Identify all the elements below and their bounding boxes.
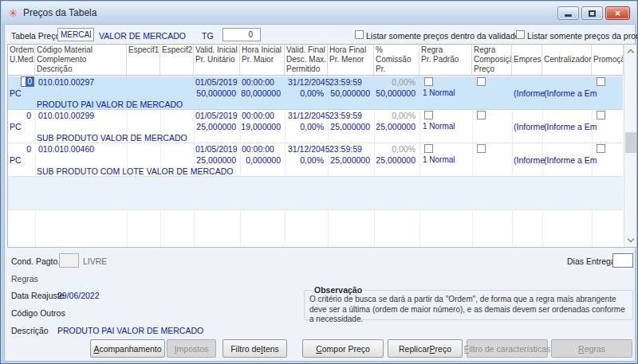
umed-cell: PC xyxy=(8,155,35,166)
promocao-checkbox[interactable] xyxy=(592,110,624,121)
hora-final-cell: 23:59:59 xyxy=(328,76,374,88)
valid-final-cell: 31/12/2045 xyxy=(285,143,328,155)
window-precos-da-tabela: ✳ Preços da Tabela ✕ Tabela Preço VALOR … xyxy=(0,0,638,364)
col-header-empresa[interactable]: Empresa xyxy=(512,45,542,75)
table-row[interactable]: 0 010.010.00297 01/05/2019 00:00:00 31/1… xyxy=(8,76,623,110)
empty-row-band xyxy=(8,177,623,210)
minimize-icon xyxy=(565,14,572,17)
scroll-up-button[interactable] xyxy=(624,45,637,58)
descricao-cell: SUB PRODUTO COM LOTE VALOR DE MERCADO xyxy=(35,166,419,177)
descricao-label: Descrição xyxy=(11,326,49,335)
regra-cell: 1 Normal xyxy=(419,155,472,166)
col-header-regra-composicao[interactable]: Regra Composição Preço xyxy=(472,45,512,75)
tg-input[interactable] xyxy=(223,28,261,41)
table-row[interactable]: 0 010.010.00299 01/05/2019 00:00:00 31/1… xyxy=(8,110,623,143)
scrollbar-thumb[interactable] xyxy=(625,132,637,153)
valid-inicial-cell: 01/05/2019 xyxy=(194,76,240,88)
maximize-icon xyxy=(589,10,596,17)
checkbox-somente-promocao[interactable] xyxy=(516,30,525,39)
table-row[interactable]: 0 010.010.00460 01/05/2019 00:00:00 31/1… xyxy=(8,143,623,177)
ordem-cell-editor[interactable]: 0 xyxy=(21,76,34,87)
regra-composicao-checkbox[interactable] xyxy=(472,110,512,121)
promocao-checkbox[interactable] xyxy=(592,143,624,155)
regra-padrao-checkbox[interactable] xyxy=(419,76,472,88)
hora-inicial-cell: 00:00:00 xyxy=(240,143,285,155)
col-header-ordem-umed[interactable]: Ordem U.Med. xyxy=(8,45,35,75)
tabela-preco-input[interactable] xyxy=(57,28,94,41)
regra-composicao-checkbox[interactable] xyxy=(472,76,512,88)
col-header-hora-final[interactable]: Hora Final Pr. Menor xyxy=(328,45,374,75)
col-header-especif1[interactable]: Especif1 xyxy=(127,45,160,75)
col-header-hora-inicial[interactable]: Hora Inicial Pr. Maior xyxy=(240,45,285,75)
empresa-cell: (Informe xyxy=(512,155,542,166)
acompanhamento-button[interactable]: Acompanhamento xyxy=(90,339,165,358)
observacao-groupbox: Observação O critério de busca se dará a… xyxy=(304,285,633,320)
descricao-value: PRODUTO PAI VALOR DE MERCADO xyxy=(57,326,203,335)
regra-cell: 1 Normal xyxy=(419,88,472,99)
dias-entrega-input[interactable] xyxy=(612,253,633,268)
pr-desconto-cell: 50,000000 xyxy=(374,88,419,99)
col-header-centralizadora[interactable]: Centralizadora xyxy=(542,45,592,75)
regra-composicao-checkbox[interactable] xyxy=(472,143,512,155)
ordem-cell[interactable]: 0 xyxy=(8,76,35,88)
col-header-regra-padrao[interactable]: Regra Pr. Padrão xyxy=(419,45,472,75)
minimize-button[interactable] xyxy=(557,6,579,20)
replicar-preco-button[interactable]: Replicar Preço xyxy=(388,339,463,358)
col-header-codigo-material[interactable]: Código Material Complemento Descrição xyxy=(35,45,127,75)
pr-maior-cell: 0,000000 xyxy=(240,155,285,166)
hora-final-cell: 23:59:59 xyxy=(328,110,374,121)
scroll-down-button[interactable] xyxy=(624,233,637,247)
checkbox-somente-validade[interactable] xyxy=(355,30,364,39)
cond-pagto-input[interactable] xyxy=(59,253,79,268)
maximize-button[interactable] xyxy=(581,6,603,20)
col-header-valid-inicial[interactable]: Valid. Inicial Pr. Unitário xyxy=(194,45,240,75)
ordem-cell: 0 xyxy=(8,110,35,121)
close-button[interactable]: ✕ xyxy=(605,6,630,20)
pr-menor-cell: 25,000000 xyxy=(328,121,374,132)
window-title: Preços da Tabela xyxy=(23,7,97,18)
compor-preco-button[interactable]: Compor Preço xyxy=(302,339,384,358)
umed-cell: PC xyxy=(8,88,35,99)
pr-unitario-cell: 25,000000 xyxy=(194,155,240,166)
regras-label: Regras xyxy=(11,274,38,284)
pr-unitario-cell: 25,000000 xyxy=(194,121,240,132)
centralizadora-cell: (Informe a Em xyxy=(542,155,592,166)
valid-inicial-cell: 01/05/2019 xyxy=(194,143,240,155)
regra-padrao-checkbox[interactable] xyxy=(419,143,472,155)
col-header-comissao[interactable]: % Comissão Pr. Desconto xyxy=(374,45,419,75)
observacao-title: Observação xyxy=(312,285,364,295)
tg-label: TG xyxy=(202,31,214,41)
col-header-promocao[interactable]: Promoção xyxy=(592,45,624,75)
comissao-cell: 0,00% xyxy=(374,76,419,88)
chevron-up-icon xyxy=(628,49,634,56)
descricao-cell: PRODUTO PAI VALOR DE MERCADO xyxy=(35,99,419,110)
hora-final-cell: 23:59:59 xyxy=(328,143,374,155)
desc-max-cell: 0,00% xyxy=(285,88,328,99)
pr-unitario-cell: 50,000000 xyxy=(194,88,240,99)
descricao-cell: SUB PRODUTO VALOR DE MERCADO xyxy=(35,132,419,143)
codigo-cell: 010.010.00460 xyxy=(35,143,127,155)
regra-padrao-checkbox[interactable] xyxy=(419,110,472,121)
checkbox-somente-validade-label: Listar somente preços dentro da validade xyxy=(366,31,520,41)
comissao-cell: 0,00% xyxy=(374,110,419,121)
tabela-preco-label: Tabela Preço xyxy=(11,31,60,41)
desc-max-cell: 0,00% xyxy=(285,155,328,166)
grid-body: 0 010.010.00297 01/05/2019 00:00:00 31/1… xyxy=(8,76,623,248)
hora-inicial-cell: 00:00:00 xyxy=(240,110,285,121)
filtro-de-itens-button[interactable]: Filtro de Itens xyxy=(223,339,287,358)
vertical-scrollbar[interactable] xyxy=(624,45,637,247)
client-area: Tabela Preço VALOR DE MERCADO TG Listar … xyxy=(4,24,636,362)
centralizadora-cell: (Informe a Em xyxy=(542,88,592,99)
codigo-outros-label: Código Outros xyxy=(11,308,65,318)
col-header-valid-final[interactable]: Valid. Final Desc. Max. Permitido xyxy=(285,45,328,75)
tabela-preco-descricao: VALOR DE MERCADO xyxy=(99,31,186,41)
data-reajuste-value: 29/06/2022 xyxy=(57,291,100,300)
centralizadora-cell: (Informe a Em xyxy=(542,121,592,132)
regras-button: Regras xyxy=(551,339,632,358)
chevron-down-icon xyxy=(628,236,634,242)
close-icon: ✕ xyxy=(615,10,621,18)
filtro-de-caracteristicas-button: Filtro de características xyxy=(467,339,548,358)
promocao-checkbox[interactable] xyxy=(592,76,624,88)
col-header-especif2[interactable]: Especif2 xyxy=(160,45,194,75)
observacao-text: O critério de busca se dará a partir da … xyxy=(309,295,628,325)
